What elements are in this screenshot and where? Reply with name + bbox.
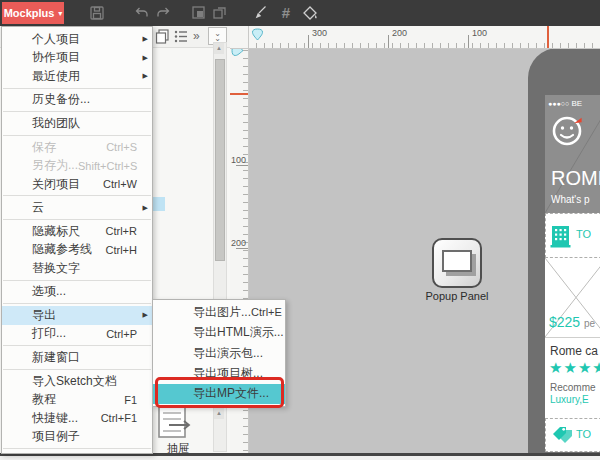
save-icon[interactable] [89,5,105,21]
phone-status-bar: ●●●○○ BE [548,99,582,108]
submenu-item[interactable]: 导出MP文件... [153,384,285,404]
menu-item[interactable]: 导入Sketch文档 [2,372,152,391]
menu-item[interactable]: 云▶ [2,198,152,217]
menu-item-label: 新建窗口 [32,349,137,366]
menu-item-label: 最近使用 [32,68,137,85]
caret-down-icon: ▾ [58,9,62,18]
ruler-label: 200 [231,238,246,248]
menu-separator [3,219,151,220]
menu-item[interactable]: 教程F1 [2,390,152,409]
menu-item-label: 替换文字 [32,260,137,277]
menu-item-label: 隐藏标尺 [32,223,106,240]
menu-separator [3,88,151,89]
phone-info-card: Rome ca ★★★★ Recomme Luxury,E [545,338,600,418]
expand-panel-icon[interactable]: » [193,29,200,44]
ruler-major-tick [236,248,248,249]
horizontal-guide-line[interactable] [230,93,248,95]
menu-item[interactable]: 隐藏标尺Ctrl+R [2,222,152,241]
menu-item[interactable]: 导出▶ [2,306,152,325]
popup-panel-widget[interactable] [432,238,482,288]
phone-topic-section-1[interactable]: TO [545,213,600,258]
menu-item-shortcut: Ctrl+S [106,141,137,153]
phone-subtitle: What's p [551,194,590,205]
export-image-icon[interactable] [191,5,207,21]
menu-item-label: 保存 [32,139,106,156]
menu-item[interactable]: 我的团队 [2,114,152,133]
ruler-major-tick [388,35,389,48]
menu-separator [3,135,151,136]
menu-item[interactable]: 项目例子 [2,427,152,446]
submenu-item[interactable]: 导出演示包... [153,343,285,363]
menu-item-label: 选项... [32,283,137,300]
menu-item[interactable]: 快捷键...Ctrl+F1 [2,409,152,428]
redo-icon[interactable] [155,5,171,21]
menu-item-label: 历史备份... [32,91,137,108]
design-canvas[interactable]: Popup Panel ●●●○○ BE [248,48,600,453]
vertical-guide-line[interactable] [547,26,549,48]
menu-item[interactable]: 替换文字 [2,259,152,278]
menu-item-shortcut: Ctrl+P [106,328,137,340]
menu-item[interactable]: 关闭项目Ctrl+W [2,175,152,194]
submenu-item[interactable]: 导出项目树... [153,363,285,383]
menu-item-label: 打印... [32,325,106,342]
menu-separator [3,280,151,281]
horizontal-ruler[interactable]: 300200100 [248,26,600,49]
drawer-icon [155,406,199,440]
menu-item[interactable]: 隐藏参考线Ctrl+H [2,240,152,259]
fill-color-icon[interactable] [302,5,318,21]
tags-text: Luxury,E [550,394,589,405]
menu-item[interactable]: 最近使用▶ [2,67,152,86]
submenu-item-label: 导出HTML演示... [193,324,284,341]
scroll-up-button[interactable]: ▲ [214,43,224,54]
menu-item-label: 协作项目 [32,49,137,66]
submenu-arrow-icon: ▶ [137,54,148,62]
phone-screen: ●●●○○ BE ROME What's p [545,95,600,452]
ruler-label: 300 [312,28,327,38]
popup-panel-widget-glyph [442,250,472,272]
phone-title: ROME [551,167,600,190]
menu-item-label: 个人项目 [32,31,137,48]
submenu-item-shortcut: Ctrl+E [251,306,282,318]
scroll-up-button[interactable]: ▲ [214,408,224,419]
phone-mockup[interactable]: ●●●○○ BE ROME What's p [528,48,600,453]
menu-item[interactable]: 协作项目▶ [2,49,152,68]
phone-image-placeholder: $225 pe [545,258,600,338]
menu-item[interactable]: 历史备份... [2,91,152,110]
topic-1-label: TO [576,228,591,240]
menu-item-label: 项目例子 [32,428,137,445]
menu-item[interactable]: 个人项目▶ [2,30,152,49]
scrollbar-thumb[interactable] [215,59,225,261]
combine-icon[interactable] [212,5,228,21]
outline-list-icon[interactable] [174,29,189,44]
submenu-item[interactable]: 导出图片...Ctrl+E [153,302,285,322]
menu-item-shortcut: Ctrl+W [103,178,137,190]
menu-item-shortcut: Ctrl+F1 [101,412,137,424]
menu-item[interactable]: 保存Ctrl+S [2,138,152,157]
ruler-marker-icon[interactable] [251,28,264,41]
copy-page-icon[interactable] [155,29,170,44]
format-brush-icon[interactable] [252,5,268,21]
menu-item[interactable]: 选项... [2,283,152,302]
menu-item[interactable]: 新建窗口 [2,348,152,367]
grid-icon[interactable]: # [278,5,294,21]
rating-stars: ★★★★ [549,359,600,377]
ruler-corner [230,26,249,49]
menu-item-label: 导出 [32,307,137,324]
menu-item-shortcut: F1 [124,394,137,406]
ruler-major-tick [236,165,248,166]
mockplus-menu-button[interactable]: Mockplus ▾ [2,2,64,24]
submenu-item[interactable]: 导出HTML演示... [153,322,285,342]
menu-separator [3,195,151,196]
phone-topic-section-2[interactable]: TO [545,418,600,452]
building-icon [550,222,572,248]
menu-item[interactable]: 另存为...Shift+Ctrl+S [2,156,152,175]
tags-icon [550,425,574,447]
drawer-component[interactable]: 抽屉 [155,406,201,456]
recommend-label: Recomme [550,382,596,393]
menu-item[interactable]: 打印...Ctrl+P [2,325,152,344]
ruler-label: 100 [231,155,246,165]
menu-separator [3,448,151,449]
undo-icon[interactable] [134,5,150,21]
top-toolbar: Mockplus ▾ # [0,0,600,26]
price-unit: pe [584,318,595,329]
